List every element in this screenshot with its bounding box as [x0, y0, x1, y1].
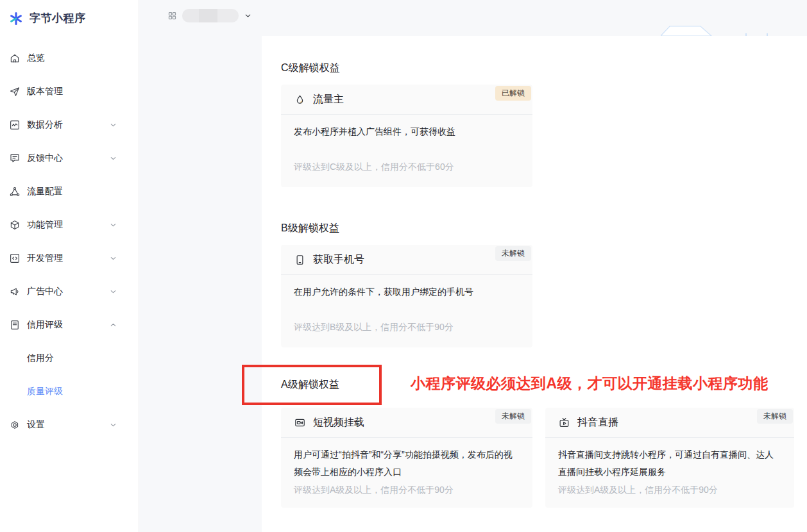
status-badge: 未解锁 — [757, 409, 793, 424]
cutoff-panel-notch — [661, 26, 712, 36]
card-header: 抖音直播 未解锁 — [545, 408, 794, 438]
card-title: 获取手机号 — [313, 253, 364, 267]
chart-icon — [9, 119, 21, 131]
bytedance-mini-program-logo-icon — [8, 11, 24, 26]
apps-grid-icon — [167, 11, 177, 21]
sidebar-item-feature-mgmt[interactable]: 功能管理 — [0, 208, 139, 242]
chevron-down-icon — [109, 121, 117, 129]
card-title: 短视频挂载 — [313, 416, 364, 429]
feedback-icon — [9, 153, 21, 164]
code-icon — [9, 253, 21, 264]
sidebar-item-overview[interactable]: 总览 — [0, 42, 139, 75]
sidebar-item-label: 质量评级 — [27, 386, 63, 397]
phone-icon — [294, 254, 306, 266]
card-header: 流量主 已解锁 — [281, 85, 532, 115]
card-description: 在用户允许的条件下，获取用户绑定的手机号 — [281, 275, 532, 322]
status-badge: 已解锁 — [495, 86, 531, 101]
sidebar-item-label: 流量配置 — [27, 186, 63, 197]
document-icon — [9, 319, 21, 331]
sidebar-item-label: 开发管理 — [27, 253, 63, 264]
app-title: 字节小程序 — [30, 11, 86, 26]
card-title: 流量主 — [313, 93, 344, 106]
sidebar-item-label: 信用评级 — [27, 319, 63, 331]
status-badge: 未解锁 — [495, 409, 531, 424]
cutoff-artifact — [745, 33, 747, 36]
app-logo[interactable]: 字节小程序 — [0, 0, 139, 28]
sidebar-subitem-credit-score[interactable]: 信用分 — [0, 342, 139, 375]
benefit-card-douyin-live: 抖音直播 未解锁 抖音直播间支持跳转小程序，可通过自有直播间、达人直播间挂载小程… — [545, 408, 794, 508]
card-header: 获取手机号 未解锁 — [281, 245, 532, 275]
share-nodes-icon — [9, 186, 21, 197]
card-description: 用户可通过“拍抖音”和“分享”功能拍摄视频，发布后的视频会带上相应的小程序入口 — [281, 438, 532, 485]
live-tv-icon — [558, 417, 570, 429]
send-icon — [9, 86, 21, 97]
main-panel: C级解锁权益 流量主 已解锁 发布小程序并植入广告组件，可获得收益 评级达到C级… — [262, 36, 807, 532]
video-camera-icon — [294, 417, 306, 429]
card-requirement: 评级达到A级及以上，信用分不低于90分 — [545, 485, 794, 508]
benefit-card-traffic-owner: 流量主 已解锁 发布小程序并植入广告组件，可获得收益 评级达到C级及以上，信用分… — [281, 85, 532, 187]
chevron-down-icon — [109, 221, 117, 229]
sidebar-menu: 总览 版本管理 数据分析 — [0, 42, 139, 442]
card-description: 抖音直播间支持跳转小程序，可通过自有直播间、达人直播间挂载小程序延展服务 — [545, 438, 794, 485]
card-title: 抖音直播 — [577, 416, 618, 429]
chevron-down-icon — [244, 12, 252, 20]
chevron-down-icon — [109, 421, 117, 429]
sidebar-item-label: 数据分析 — [27, 119, 63, 131]
card-header: 短视频挂载 未解锁 — [281, 408, 532, 438]
chevron-down-icon — [109, 154, 117, 163]
sidebar-item-analytics[interactable]: 数据分析 — [0, 108, 139, 142]
sidebar-subitem-quality-rating[interactable]: 质量评级 — [0, 375, 139, 408]
card-requirement: 评级达到C级及以上，信用分不低于60分 — [281, 162, 532, 187]
account-name-redacted — [182, 9, 239, 22]
annotation-text: 小程序评级必须达到A级，才可以开通挂载小程序功能 — [411, 374, 769, 394]
status-badge: 未解锁 — [495, 246, 531, 261]
sidebar-item-version[interactable]: 版本管理 — [0, 75, 139, 108]
droplet-icon — [294, 94, 306, 106]
chevron-down-icon — [109, 288, 117, 296]
chevron-down-icon — [109, 254, 117, 263]
sidebar-item-label: 总览 — [27, 53, 45, 64]
card-requirement: 评级达到B级及以上，信用分不低于90分 — [281, 322, 532, 347]
sidebar-item-credit-rating[interactable]: 信用评级 — [0, 308, 139, 342]
section-heading-c: C级解锁权益 — [281, 62, 340, 75]
sidebar-item-dev-mgmt[interactable]: 开发管理 — [0, 242, 139, 275]
account-selector[interactable] — [167, 9, 252, 22]
sidebar-item-ad-center[interactable]: 广告中心 — [0, 275, 139, 308]
sidebar-item-label: 功能管理 — [27, 219, 63, 231]
top-bar — [139, 0, 807, 36]
chevron-up-icon — [109, 321, 117, 329]
gear-icon — [9, 419, 21, 431]
sidebar-item-label: 广告中心 — [27, 286, 63, 297]
sidebar: 字节小程序 总览 版本管理 数据分析 — [0, 0, 139, 532]
sidebar-item-feedback[interactable]: 反馈中心 — [0, 142, 139, 175]
sidebar-item-label: 信用分 — [27, 353, 54, 364]
sidebar-item-label: 版本管理 — [27, 86, 63, 97]
megaphone-icon — [9, 286, 21, 297]
section-heading-b: B级解锁权益 — [281, 222, 339, 235]
card-description: 发布小程序并植入广告组件，可获得收益 — [281, 115, 532, 162]
benefit-card-phone-number: 获取手机号 未解锁 在用户允许的条件下，获取用户绑定的手机号 评级达到B级及以上… — [281, 245, 532, 347]
sidebar-item-label: 设置 — [27, 419, 45, 431]
cube-icon — [9, 219, 21, 231]
card-requirement: 评级达到A级及以上，信用分不低于90分 — [281, 485, 532, 508]
sidebar-item-traffic-config[interactable]: 流量配置 — [0, 175, 139, 208]
sidebar-item-label: 反馈中心 — [27, 153, 63, 164]
cutoff-artifact — [767, 33, 768, 36]
annotation-highlight-box — [242, 365, 382, 405]
sidebar-item-settings[interactable]: 设置 — [0, 408, 139, 442]
benefit-card-short-video-mount: 短视频挂载 未解锁 用户可通过“拍抖音”和“分享”功能拍摄视频，发布后的视频会带… — [281, 408, 532, 508]
home-icon — [9, 53, 21, 64]
